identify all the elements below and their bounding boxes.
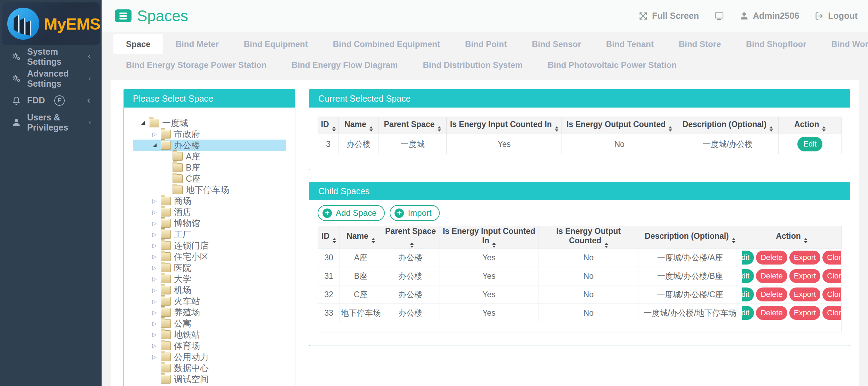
clone-button[interactable]: Clone [822, 306, 841, 320]
tree-node[interactable]: 市政府 [133, 128, 286, 140]
export-button[interactable]: Export [789, 287, 821, 301]
caret-closed-icon[interactable] [149, 131, 160, 137]
caret-closed-icon[interactable] [149, 354, 160, 360]
caret-open-icon[interactable] [137, 121, 148, 125]
edit-button[interactable]: Edit [742, 306, 754, 320]
tab-bind-store[interactable]: Bind Store [666, 34, 733, 54]
caret-closed-icon[interactable] [149, 265, 160, 271]
column-header-id[interactable]: ID [318, 226, 340, 249]
tree-node[interactable]: 公用动力 [133, 351, 286, 362]
column-header-energy-input[interactable]: Is Energy Input Counted In [439, 226, 539, 249]
caret-closed-icon[interactable] [149, 309, 160, 316]
delete-button[interactable]: Delete [756, 287, 787, 301]
column-header-parent-space[interactable]: Parent Space [382, 226, 439, 249]
edit-button[interactable]: Edit [742, 251, 754, 265]
caret-closed-icon[interactable] [149, 242, 160, 249]
column-header-energy-output[interactable]: Is Energy Output Counted [539, 226, 638, 249]
tab-bind-point[interactable]: Bind Point [453, 34, 519, 54]
add-space-button[interactable]: Add Space [318, 205, 385, 221]
menu-toggle-button[interactable] [115, 9, 132, 22]
tab-bind-photovoltaic-power-station[interactable]: Bind Photovoltaic Power Station [535, 55, 689, 75]
caret-closed-icon[interactable] [149, 320, 160, 327]
export-button[interactable]: Export [789, 251, 821, 265]
caret-closed-icon[interactable] [149, 231, 160, 238]
tree-node[interactable]: 住宅小区 [133, 251, 286, 262]
caret-closed-icon[interactable] [149, 209, 160, 215]
column-header-action[interactable]: Action [742, 226, 842, 249]
column-header-description[interactable]: Description (Optional) [638, 226, 742, 249]
tree-node-selected[interactable]: 办公楼 [133, 140, 286, 151]
column-header-id[interactable]: ID [318, 117, 339, 134]
tree-node[interactable]: 调试空间 [133, 373, 286, 385]
edit-button[interactable]: Edit [742, 269, 754, 283]
clone-button[interactable]: Clone [822, 269, 841, 283]
column-header-description[interactable]: Description (Optional) [677, 117, 779, 134]
column-header-name[interactable]: Name [339, 117, 379, 134]
caret-closed-icon[interactable] [149, 342, 160, 349]
tree-node[interactable]: B座 [133, 162, 286, 173]
sidebar-item-advanced-settings[interactable]: Advanced Settings [0, 68, 102, 89]
tree-node[interactable]: 商场 [133, 195, 286, 206]
caret-closed-icon[interactable] [149, 198, 160, 204]
column-header-energy-input[interactable]: Is Energy Input Counted In [447, 117, 562, 134]
caret-closed-icon[interactable] [149, 276, 160, 282]
tree-node[interactable]: 养殖场 [133, 307, 286, 318]
caret-closed-icon[interactable] [149, 331, 160, 338]
tab-bind-combined-equipment[interactable]: Bind Combined Equipment [320, 34, 453, 54]
tree-node[interactable]: 连锁门店 [133, 240, 286, 251]
column-header-energy-output[interactable]: Is Energy Output Counted [562, 117, 677, 134]
tab-space[interactable]: Space [113, 34, 163, 54]
fullscreen-button[interactable]: Full Screen [638, 11, 699, 21]
tree-node[interactable]: 体育场 [133, 340, 286, 351]
tree-node[interactable]: 数据中心 [133, 362, 286, 373]
tab-bind-equipment[interactable]: Bind Equipment [231, 34, 320, 54]
caret-open-icon[interactable] [149, 143, 160, 147]
edit-button[interactable]: Edit [742, 287, 754, 301]
tab-bind-distribution-system[interactable]: Bind Distribution System [410, 55, 535, 75]
caret-closed-icon[interactable] [149, 253, 160, 260]
delete-button[interactable]: Delete [756, 306, 787, 320]
tab-bind-tenant[interactable]: Bind Tenant [594, 34, 666, 54]
tree-node[interactable]: 一度城 [133, 117, 286, 128]
tab-bind-sensor[interactable]: Bind Sensor [519, 34, 594, 54]
clone-button[interactable]: Clone [822, 287, 841, 301]
sidebar-item-users-privileges[interactable]: Users & Privileges [0, 111, 102, 133]
tree-node[interactable]: 火车站 [133, 296, 286, 307]
display-toggle-button[interactable] [714, 11, 724, 21]
logout-button[interactable]: Logout [814, 11, 858, 21]
user-menu[interactable]: Admin2506 [739, 11, 799, 21]
caret-closed-icon[interactable] [149, 287, 160, 293]
folder-icon [161, 341, 171, 350]
clone-button[interactable]: Clone [822, 251, 841, 265]
export-button[interactable]: Export [789, 269, 821, 283]
delete-button[interactable]: Delete [756, 269, 787, 283]
delete-button[interactable]: Delete [756, 251, 787, 265]
sidebar-nav: System Settings Advanced Settings FD [0, 46, 102, 133]
tree-node[interactable]: 博物馆 [133, 218, 286, 229]
edit-button[interactable]: Edit [797, 137, 822, 151]
tree-node[interactable]: 工厂 [133, 229, 286, 240]
tab-bind-energy-storage-power-station[interactable]: Bind Energy Storage Power Station [113, 55, 279, 75]
column-header-action[interactable]: Action [779, 117, 842, 134]
tree-node[interactable]: 公寓 [133, 318, 286, 329]
tab-bind-meter[interactable]: Bind Meter [163, 34, 231, 54]
tree-node[interactable]: 医院 [133, 262, 286, 273]
sidebar-item-fdd[interactable]: FDD E [0, 89, 102, 111]
tree-node[interactable]: 地铁站 [133, 329, 286, 340]
tab-bind-shopfloor[interactable]: Bind Shopfloor [733, 34, 819, 54]
tree-node[interactable]: C座 [133, 173, 286, 184]
export-button[interactable]: Export [789, 306, 821, 320]
tree-node[interactable]: 酒店 [133, 206, 286, 218]
tab-bind-energy-flow-diagram[interactable]: Bind Energy Flow Diagram [279, 55, 410, 75]
caret-closed-icon[interactable] [149, 298, 160, 305]
tab-bind-working-calendar[interactable]: Bind Working Calendar [819, 34, 868, 54]
column-header-name[interactable]: Name [340, 226, 382, 249]
column-header-parent-space[interactable]: Parent Space [379, 117, 447, 134]
sidebar-item-system-settings[interactable]: System Settings [0, 46, 102, 68]
tree-node[interactable]: A座 [133, 151, 286, 162]
tree-node[interactable]: 地下停车场 [133, 184, 286, 195]
import-button[interactable]: Import [390, 205, 440, 221]
caret-closed-icon[interactable] [149, 220, 160, 227]
tree-node[interactable]: 大学 [133, 273, 286, 284]
tree-node[interactable]: 机场 [133, 284, 286, 296]
